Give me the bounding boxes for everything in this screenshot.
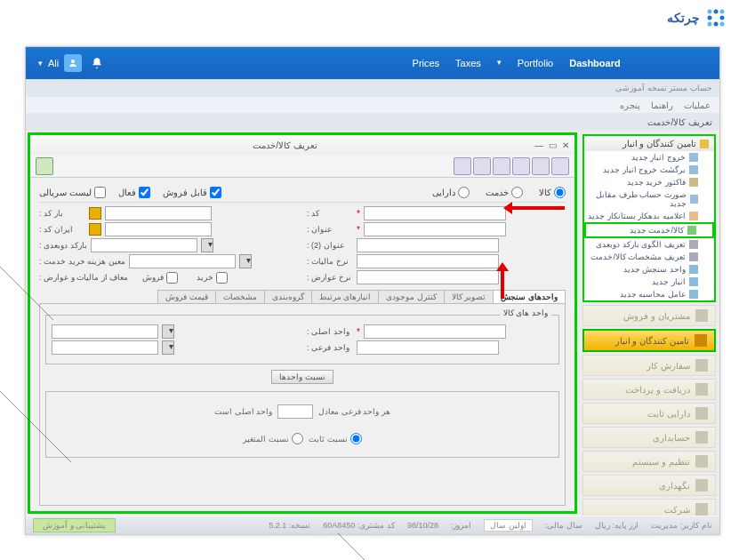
user-menu[interactable]: Ali ▾ xyxy=(38,54,82,72)
help-button[interactable] xyxy=(551,157,569,175)
tree-item-product-new[interactable]: کالا/خدمت جدید xyxy=(584,222,714,238)
code-input[interactable] xyxy=(364,206,506,220)
taxrate-input[interactable] xyxy=(357,254,499,268)
tollrate-input[interactable] xyxy=(357,270,499,284)
tree-item[interactable]: تعریف مشخصات کالا/خدمت xyxy=(584,251,714,263)
nav-dashboard[interactable]: Dashboard xyxy=(569,58,620,68)
ratio-label-1: هر واحد فرعی معادل xyxy=(318,407,390,416)
wrench-icon xyxy=(695,479,708,492)
tab-units[interactable]: واحدهای سنجش xyxy=(493,290,566,303)
tree-item[interactable]: برگشت خروج انبار جدید xyxy=(584,164,714,176)
product-define-dialog: ✕ ▭ — تعریف کالا/خدمت xyxy=(28,132,577,514)
minimize-icon[interactable]: — xyxy=(534,140,543,150)
svg-point-4 xyxy=(720,16,725,20)
nav-taxes[interactable]: Taxes xyxy=(455,58,481,68)
sub-unit-select[interactable] xyxy=(52,340,158,355)
sub-unit-input[interactable] xyxy=(357,340,499,355)
servicecost-dropdown[interactable]: ▾ xyxy=(239,254,252,268)
servicecost-input[interactable] xyxy=(129,254,236,268)
tab-grouping[interactable]: گروه‌بندی xyxy=(264,290,312,303)
status-today: امروز: xyxy=(451,521,472,530)
menu-window[interactable]: پنجره xyxy=(620,100,640,110)
status-support-button[interactable]: پشتیبانی و آموزش xyxy=(33,518,116,532)
status-currency: ارز پایه: ریال xyxy=(595,521,639,530)
bell-icon[interactable] xyxy=(91,57,103,69)
barcode2d-dropdown[interactable]: ▾ xyxy=(201,238,213,252)
tree-item[interactable]: صورت حساب طرف مقابل جدید xyxy=(584,188,714,210)
check-serial[interactable]: لیست سریالی xyxy=(39,187,106,198)
subheader-text: حساب مستر نسخه آموزشی xyxy=(615,84,712,92)
sidebar-btn-accounting[interactable]: حسابداری xyxy=(582,427,716,448)
tree-item[interactable]: اعلامیه بدهکار بستانکار جدید xyxy=(584,210,714,222)
main-unit-dropdown[interactable]: ▾ xyxy=(162,324,174,339)
radio-var-ratio[interactable]: نسبت المتغیر xyxy=(243,433,303,444)
barcode2d-input[interactable] xyxy=(91,238,197,252)
sidebar-btn-order[interactable]: سفارش کار xyxy=(582,355,716,376)
doc-icon xyxy=(689,277,698,286)
svg-point-8 xyxy=(71,60,75,63)
menu-help[interactable]: راهنما xyxy=(651,100,673,110)
main-unit-input[interactable] xyxy=(364,324,506,339)
tab-price[interactable]: قیمت فروش xyxy=(157,290,216,303)
tree-item[interactable]: واحد سنجش جدید xyxy=(584,263,714,276)
ledger-icon xyxy=(695,431,708,444)
check-sell[interactable]: فروش xyxy=(132,272,178,284)
irancode-button[interactable] xyxy=(89,223,101,236)
title2-input[interactable] xyxy=(357,238,499,252)
user-name: Ali xyxy=(48,58,59,68)
sidebar-btn-assets[interactable]: دارایی ثابت xyxy=(582,403,716,424)
tab-specs[interactable]: مشخصات xyxy=(215,290,265,303)
sidebar-btn-company[interactable]: شرکت xyxy=(582,499,716,516)
radio-goods[interactable]: کالا xyxy=(539,187,566,198)
tab-image[interactable]: تصویر کالا xyxy=(444,290,494,303)
menu-operations[interactable]: عملیات xyxy=(684,100,711,110)
sidebar-btn-customers[interactable]: مشتریان و فروش xyxy=(582,305,716,326)
confirm-button[interactable] xyxy=(36,157,53,175)
svg-point-1 xyxy=(714,10,719,14)
check-active[interactable]: فعال xyxy=(118,187,150,198)
tree-item[interactable]: خروج انبار جدید xyxy=(584,151,714,164)
title-input[interactable] xyxy=(364,222,506,236)
doc-icon xyxy=(687,226,696,235)
ratio-button[interactable]: نسبت واحدها xyxy=(271,370,333,384)
sidebar-btn-maintain[interactable]: نگهداری xyxy=(582,475,716,496)
tree-item[interactable]: انبار جدید xyxy=(584,276,714,288)
nav-prices[interactable]: Prices xyxy=(413,58,440,68)
radio-asset[interactable]: دارایی xyxy=(432,187,470,198)
refresh-button[interactable] xyxy=(532,157,550,175)
warehouse-icon xyxy=(695,334,707,347)
tab-warehouses[interactable]: انبارهای مرتبط xyxy=(311,290,380,303)
tree-item[interactable]: تعریف الگوی بارکد دوبعدی xyxy=(584,238,714,251)
logo-text: چرتکه xyxy=(667,11,700,25)
irancode-input[interactable] xyxy=(105,222,212,236)
close-icon[interactable]: ✕ xyxy=(562,140,569,150)
save-button[interactable] xyxy=(512,157,530,175)
radio-fixed-ratio[interactable]: نسبت ثابت xyxy=(309,433,362,444)
delete-button[interactable] xyxy=(473,157,491,175)
sidebar-btn-settings[interactable]: تنظیم و سیستم xyxy=(582,451,716,472)
doc-tab[interactable]: تعریف کالا/خدمت xyxy=(647,117,712,127)
barcode-button[interactable] xyxy=(89,207,101,220)
tree-item[interactable]: عامل محاسبه جدید xyxy=(584,288,714,300)
tab-stock[interactable]: کنترل موجودی xyxy=(378,290,445,303)
doc-icon xyxy=(689,265,698,274)
main-unit-select[interactable] xyxy=(52,324,158,339)
status-fiscal: سال مالی: xyxy=(545,521,582,530)
ratio-input[interactable] xyxy=(277,404,313,419)
svg-point-5 xyxy=(708,22,712,27)
new-button[interactable] xyxy=(493,157,510,175)
check-buy[interactable]: خرید xyxy=(181,272,228,284)
sub-unit-dropdown[interactable]: ▾ xyxy=(162,340,174,355)
sidebar-btn-suppliers[interactable]: تامین کنندگان و انبار xyxy=(582,329,716,352)
users-icon xyxy=(695,309,708,322)
barcode-input[interactable] xyxy=(105,206,212,220)
doc-icon xyxy=(689,178,698,187)
print-button[interactable] xyxy=(454,157,471,175)
nav-portfolio[interactable]: Portfolio xyxy=(518,58,553,68)
sidebar-btn-payment[interactable]: دریافت و پرداخت xyxy=(582,379,716,400)
tree-item[interactable]: فاکتور خرید جدید xyxy=(584,176,714,188)
svg-point-7 xyxy=(720,22,725,27)
check-sellable[interactable]: قابل فروش xyxy=(163,187,221,198)
maximize-icon[interactable]: ▭ xyxy=(549,140,557,150)
radio-service[interactable]: خدمت xyxy=(486,187,523,198)
